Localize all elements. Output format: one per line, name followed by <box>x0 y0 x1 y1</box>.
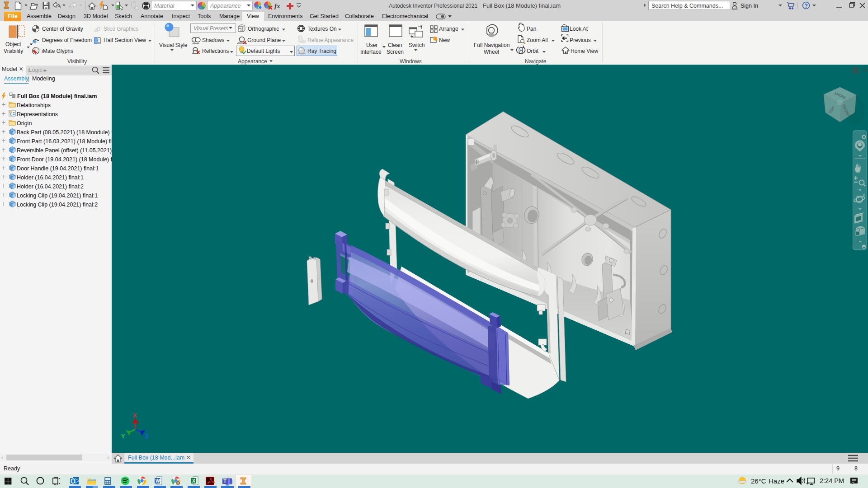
svg-text:Representations: Representations <box>17 111 58 117</box>
svg-text:Door Handle (19.04.2021) final: Door Handle (19.04.2021) final:1 <box>17 165 99 172</box>
svg-text:New: New <box>439 37 450 43</box>
svg-text:Front Door (19.04.2021) (18 Mo: Front Door (19.04.2021) (18 Module) fina… <box>17 156 112 163</box>
svg-text:Sign In: Sign In <box>741 3 758 9</box>
svg-text:X: X <box>192 478 195 483</box>
svg-text:Y: Y <box>121 433 125 440</box>
svg-text:Pan: Pan <box>527 26 536 32</box>
svg-text:fx: fx <box>274 2 280 9</box>
svg-text:iMate Glyphs: iMate Glyphs <box>42 48 73 54</box>
svg-text:Reflections: Reflections <box>202 48 229 54</box>
svg-text:Full Box (18 Module) final.iam: Full Box (18 Module) final.iam <box>17 93 97 99</box>
svg-text:Arrange: Arrange <box>439 26 458 32</box>
svg-text:Ground Plane: Ground Plane <box>247 37 281 43</box>
svg-text:2:24 PM: 2:24 PM <box>820 477 844 484</box>
svg-text:Default Lights: Default Lights <box>247 48 280 54</box>
svg-text:User: User <box>366 42 377 48</box>
svg-text:Orthographic: Orthographic <box>248 26 279 32</box>
svg-text:Origin: Origin <box>17 120 32 127</box>
svg-text:Look At: Look At <box>570 26 588 32</box>
svg-text:Navigate: Navigate <box>525 58 547 65</box>
svg-text:Front Part (16.03.2021) (18 Mo: Front Part (16.03.2021) (18 Module) fina… <box>17 138 112 145</box>
svg-text:Degrees of Freedom: Degrees of Freedom <box>42 37 92 43</box>
svg-text:Slice Graphics: Slice Graphics <box>104 26 138 32</box>
svg-text:Wheel: Wheel <box>484 49 499 55</box>
svg-text:Switch: Switch <box>409 42 425 48</box>
svg-text:Visual Style: Visual Style <box>159 42 188 48</box>
svg-text:Material: Material <box>154 3 175 9</box>
svg-text:Z: Z <box>145 433 149 440</box>
svg-text:Zoom All: Zoom All <box>527 37 548 43</box>
svg-text:Full Navigation: Full Navigation <box>474 42 509 48</box>
svg-text:Visibility: Visibility <box>4 48 23 54</box>
svg-text:Haze: Haze <box>769 477 784 485</box>
svg-text:Half Section View: Half Section View <box>104 37 146 43</box>
svg-text:Clean: Clean <box>388 42 402 48</box>
svg-text:Screen: Screen <box>387 49 404 55</box>
svg-text:Textures On: Textures On <box>307 26 337 32</box>
svg-text:Orbit: Orbit <box>527 48 539 54</box>
svg-text:Locking Clip (19.04.2021) fina: Locking Clip (19.04.2021) final:2 <box>17 202 98 208</box>
svg-text:Back Part (08.05.2021) (18 Moo: Back Part (08.05.2021) (18 Moodule) fina… <box>17 129 112 136</box>
svg-text:?: ? <box>805 3 808 9</box>
svg-text:Autodesk Inventor Professional: Autodesk Inventor Professional 2021 <box>389 3 477 9</box>
svg-text:Home View: Home View <box>571 48 598 54</box>
svg-text:Ray Tracing: Ray Tracing <box>307 48 336 54</box>
svg-text:Reversible Panel (offset) (11.: Reversible Panel (offset) (11.05.2021) (… <box>17 147 112 154</box>
svg-text:T: T <box>224 479 226 484</box>
svg-text:Full Box (18 Module) final.iam: Full Box (18 Module) final.iam <box>483 2 561 9</box>
svg-text:Object: Object <box>5 41 21 47</box>
svg-text:Previous: Previous <box>570 37 591 43</box>
svg-text:26°C: 26°C <box>751 477 766 485</box>
svg-text:Visual Presets: Visual Presets <box>193 25 228 32</box>
svg-text:Locking Clip (19.04.2021) fina: Locking Clip (19.04.2021) final:1 <box>17 192 98 199</box>
svg-text:Refine Appearance: Refine Appearance <box>307 37 354 43</box>
svg-text:Search Help & Commands...: Search Help & Commands... <box>651 3 723 9</box>
svg-text:Appearance: Appearance <box>210 3 241 9</box>
svg-text:Relationships: Relationships <box>17 102 51 108</box>
svg-text:Appearance: Appearance <box>238 58 267 65</box>
svg-text:W: W <box>156 478 160 483</box>
svg-text:Center of Gravity: Center of Gravity <box>42 26 83 32</box>
svg-text:Windows: Windows <box>400 58 422 65</box>
svg-text:Holder (16.04.2021) final:1: Holder (16.04.2021) final:1 <box>17 174 84 181</box>
svg-text:Interface: Interface <box>360 49 382 55</box>
svg-text:Shadows: Shadows <box>202 37 224 43</box>
svg-text:Visibility: Visibility <box>67 58 87 65</box>
svg-text:Holder (16.04.2021) final:2: Holder (16.04.2021) final:2 <box>17 183 84 190</box>
svg-text:X: X <box>133 412 137 419</box>
